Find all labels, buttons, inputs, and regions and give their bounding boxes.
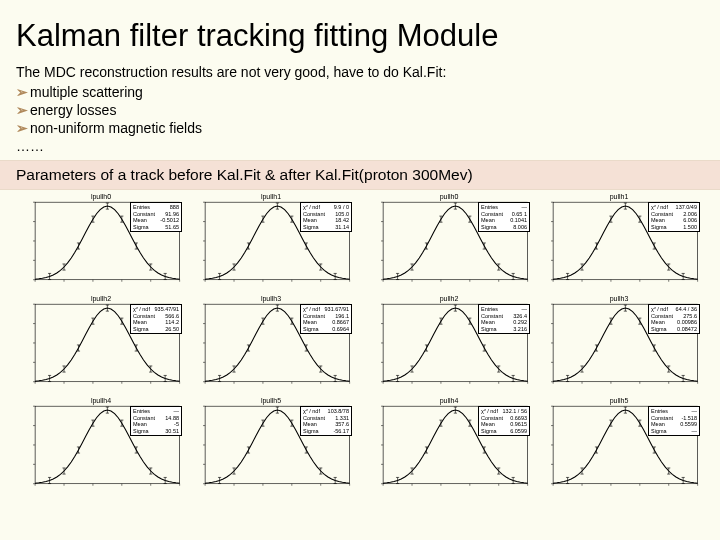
histogram-panel: lpullh1χ² / ndf9.9 / 0Constant105.0Mean1… <box>186 192 356 294</box>
panel-title: lpullh1 <box>261 193 281 200</box>
stats-row: Mean-0.5012 <box>133 217 179 224</box>
intro-text: The MDC reconstruction results are not v… <box>16 64 704 80</box>
stats-row: Entries— <box>481 306 527 313</box>
panel-title: lpullh3 <box>261 295 281 302</box>
stats-row: Constant105.0 <box>303 211 349 218</box>
stats-box: Entries—Constant0.65 1Mean0.1041Sigma8.0… <box>478 202 530 232</box>
stats-row: Constant275.6 <box>651 313 697 320</box>
stats-row: Constant0.6693 <box>481 415 527 422</box>
stats-row: Sigma51.65 <box>133 224 179 231</box>
stats-row: Mean18.42 <box>303 217 349 224</box>
right-column: pullh0Entries—Constant0.65 1Mean0.1041Si… <box>364 192 704 498</box>
stats-row: Constant2.006 <box>651 211 697 218</box>
stats-row: χ² / ndf103.8/78 <box>303 408 349 415</box>
stats-row: Sigma-56.17 <box>303 428 349 435</box>
chart-grid: lpullh0Entries888Constant91.96Mean-0.501… <box>16 192 704 498</box>
stats-row: Constant-1.518 <box>651 415 697 422</box>
stats-box: Entries888Constant91.96Mean-0.5012Sigma5… <box>130 202 182 232</box>
stats-row: Mean-5 <box>133 421 179 428</box>
histogram-panel: pullh4χ² / ndf132.1 / 56Constant0.6693Me… <box>364 396 534 498</box>
stats-box: χ² / ndf64.4 / 36Constant275.6Mean0.0098… <box>648 304 700 334</box>
stats-row: Sigma— <box>651 428 697 435</box>
stats-row: χ² / ndf9.9 / 0 <box>303 204 349 211</box>
histogram-panel: pullh1χ² / ndf137.0/49Constant2.006Mean6… <box>534 192 704 294</box>
bullet-2: ➢energy losses <box>16 102 704 118</box>
stats-row: Entries— <box>651 408 697 415</box>
stats-box: χ² / ndf9.9 / 0Constant105.0Mean18.42Sig… <box>300 202 352 232</box>
stats-row: Constant0.65 1 <box>481 211 527 218</box>
bullet-2-label: energy losses <box>30 102 116 118</box>
stats-box: Entries—Constant-1.518Mean0.5599Sigma— <box>648 406 700 436</box>
bullet-3-label: non-uniform magnetic fields <box>30 120 202 136</box>
section-band: Parameters of a track before Kal.Fit & a… <box>0 160 720 190</box>
stats-row: Sigma8.006 <box>481 224 527 231</box>
stats-row: Constant14.88 <box>133 415 179 422</box>
stats-box: χ² / ndf132.1 / 56Constant0.6693Mean0.96… <box>478 406 530 436</box>
stats-row: Constant196.1 <box>303 313 349 320</box>
panel-title: lpullh0 <box>91 193 111 200</box>
histogram-panel: lpullh2χ² / ndf935.47/91Constant566.6Mea… <box>16 294 186 396</box>
stats-row: Mean0.5599 <box>651 421 697 428</box>
stats-row: χ² / ndf64.4 / 36 <box>651 306 697 313</box>
stats-row: χ² / ndf137.0/49 <box>651 204 697 211</box>
stats-row: Mean0.292 <box>481 319 527 326</box>
stats-row: Mean0.1041 <box>481 217 527 224</box>
panel-title: pullh2 <box>440 295 459 302</box>
stats-row: Sigma0.6964 <box>303 326 349 333</box>
bullet-1-label: multiple scattering <box>30 84 143 100</box>
stats-row: Mean114.2 <box>133 319 179 326</box>
stats-row: Sigma31.14 <box>303 224 349 231</box>
arrow-icon: ➢ <box>16 102 28 118</box>
stats-row: Sigma6.0599 <box>481 428 527 435</box>
stats-box: χ² / ndf931.67/91Constant196.1Mean0.8667… <box>300 304 352 334</box>
stats-row: χ² / ndf132.1 / 56 <box>481 408 527 415</box>
stats-row: Constant326.4 <box>481 313 527 320</box>
panel-title: pullh0 <box>440 193 459 200</box>
stats-row: Entries888 <box>133 204 179 211</box>
histogram-panel: pullh3χ² / ndf64.4 / 36Constant275.6Mean… <box>534 294 704 396</box>
ellipsis: …… <box>16 138 704 154</box>
stats-row: Sigma0.08472 <box>651 326 697 333</box>
panel-title: pullh4 <box>440 397 459 404</box>
stats-row: Mean0.8667 <box>303 319 349 326</box>
panel-title: lpullh2 <box>91 295 111 302</box>
panel-title: pullh5 <box>610 397 629 404</box>
page-title: Kalman filter tracking fitting Module <box>16 18 704 54</box>
stats-row: Constant91.96 <box>133 211 179 218</box>
stats-row: Constant1.331 <box>303 415 349 422</box>
histogram-panel: pullh5Entries—Constant-1.518Mean0.5599Si… <box>534 396 704 498</box>
stats-box: χ² / ndf103.8/78Constant1.331Mean357.6Si… <box>300 406 352 436</box>
panel-title: pullh3 <box>610 295 629 302</box>
stats-box: Entries—Constant14.88Mean-5Sigma30.51 <box>130 406 182 436</box>
bullet-1: ➢multiple scattering <box>16 84 704 100</box>
histogram-panel: pullh0Entries—Constant0.65 1Mean0.1041Si… <box>364 192 534 294</box>
histogram-panel: lpullh4Entries—Constant14.88Mean-5Sigma3… <box>16 396 186 498</box>
stats-row: χ² / ndf931.67/91 <box>303 306 349 313</box>
stats-row: Mean0.00986 <box>651 319 697 326</box>
stats-row: Sigma26.50 <box>133 326 179 333</box>
stats-row: Mean6.006 <box>651 217 697 224</box>
stats-row: Sigma30.51 <box>133 428 179 435</box>
left-column: lpullh0Entries888Constant91.96Mean-0.501… <box>16 192 356 498</box>
stats-box: χ² / ndf137.0/49Constant2.006Mean6.006Si… <box>648 202 700 232</box>
stats-row: Entries— <box>133 408 179 415</box>
panel-title: lpullh5 <box>261 397 281 404</box>
arrow-icon: ➢ <box>16 120 28 136</box>
stats-row: Mean0.9615 <box>481 421 527 428</box>
histogram-panel: pullh2Entries—Constant326.4Mean0.292Sigm… <box>364 294 534 396</box>
stats-row: Mean357.6 <box>303 421 349 428</box>
panel-title: lpullh4 <box>91 397 111 404</box>
bullet-3: ➢non-uniform magnetic fields <box>16 120 704 136</box>
stats-row: Sigma1.500 <box>651 224 697 231</box>
stats-box: Entries—Constant326.4Mean0.292Sigma3.216 <box>478 304 530 334</box>
arrow-icon: ➢ <box>16 84 28 100</box>
stats-row: Constant566.6 <box>133 313 179 320</box>
stats-row: Sigma3.216 <box>481 326 527 333</box>
histogram-panel: lpullh0Entries888Constant91.96Mean-0.501… <box>16 192 186 294</box>
histogram-panel: lpullh3χ² / ndf931.67/91Constant196.1Mea… <box>186 294 356 396</box>
stats-box: χ² / ndf935.47/91Constant566.6Mean114.2S… <box>130 304 182 334</box>
stats-row: Entries— <box>481 204 527 211</box>
histogram-panel: lpullh5χ² / ndf103.8/78Constant1.331Mean… <box>186 396 356 498</box>
panel-title: pullh1 <box>610 193 629 200</box>
stats-row: χ² / ndf935.47/91 <box>133 306 179 313</box>
